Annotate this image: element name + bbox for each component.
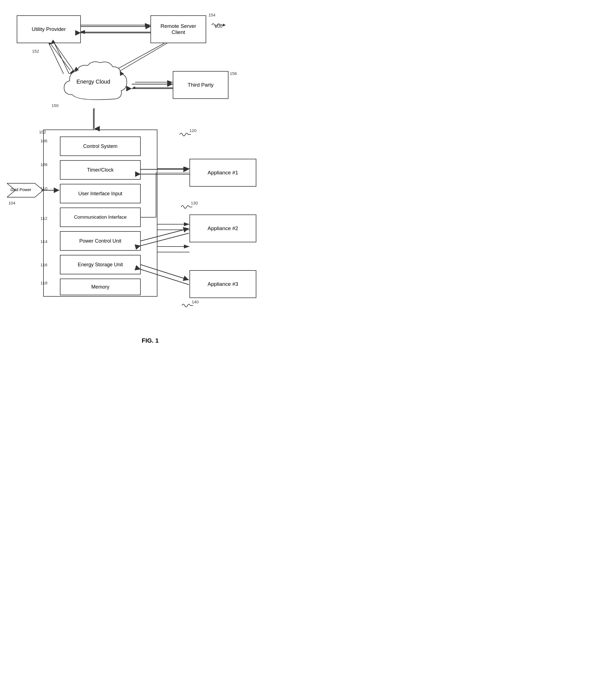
ref-106: 106 bbox=[41, 139, 47, 143]
utility-provider-label: Utility Provider bbox=[32, 26, 66, 32]
memory-label: Memory bbox=[91, 284, 109, 290]
ref-104: 104 bbox=[8, 201, 15, 205]
energy-storage-box: Energy Storage Unit bbox=[60, 255, 141, 274]
ref-108: 108 bbox=[41, 162, 47, 167]
power-control-box: Power Control Unit bbox=[60, 231, 141, 251]
control-system-box: Control System bbox=[60, 136, 141, 156]
ref-118: 118 bbox=[41, 280, 47, 285]
user-interface-label: User Interface Input bbox=[78, 191, 122, 197]
energy-cloud-label: Energy Cloud bbox=[76, 79, 110, 85]
utility-provider-box: Utility Provider bbox=[17, 15, 81, 43]
svg-marker-15 bbox=[133, 86, 135, 89]
figure-label: FIG. 1 bbox=[0, 337, 300, 350]
third-party-label: Third Party bbox=[188, 82, 214, 88]
svg-marker-28 bbox=[223, 24, 226, 26]
timer-clock-label: Timer/Clock bbox=[87, 167, 113, 173]
energy-cloud: Energy Cloud bbox=[56, 56, 131, 109]
ref-156: 156 bbox=[230, 71, 237, 76]
appliance1-box: Appliance #1 bbox=[190, 159, 256, 186]
ref-102: 102 bbox=[39, 129, 46, 134]
svg-text:Grid Power: Grid Power bbox=[10, 187, 31, 192]
user-interface-box: User Interface Input bbox=[60, 184, 141, 203]
ref-152: 152 bbox=[32, 49, 39, 53]
ref-112: 112 bbox=[41, 216, 47, 221]
power-control-label: Power Control Unit bbox=[79, 238, 121, 244]
control-system-label: Control System bbox=[83, 144, 117, 149]
comm-interface-box: Communication Interface bbox=[60, 207, 141, 227]
memory-box: Memory bbox=[60, 279, 141, 295]
third-party-box: Third Party bbox=[173, 71, 229, 99]
appliance3-label: Appliance #3 bbox=[208, 281, 238, 287]
remote-server-box: Remote ServerClient bbox=[150, 15, 206, 43]
appliance3-box: Appliance #3 bbox=[190, 270, 256, 298]
ref-150: 150 bbox=[51, 103, 58, 108]
ref-116: 116 bbox=[41, 262, 47, 267]
appliance2-box: Appliance #2 bbox=[190, 215, 256, 242]
appliance1-label: Appliance #1 bbox=[208, 170, 238, 176]
timer-clock-box: Timer/Clock bbox=[60, 160, 141, 180]
appliance2-label: Appliance #2 bbox=[208, 225, 238, 231]
ref-154: 154 bbox=[209, 12, 215, 17]
ref-114: 114 bbox=[41, 239, 47, 244]
comm-interface-label: Communication Interface bbox=[74, 215, 127, 220]
diagram: Utility Provider 152 Remote ServerClient… bbox=[0, 0, 300, 334]
energy-storage-label: Energy Storage Unit bbox=[78, 262, 123, 268]
remote-server-label: Remote ServerClient bbox=[161, 23, 196, 35]
grid-power-container: Grid Power bbox=[7, 180, 46, 201]
